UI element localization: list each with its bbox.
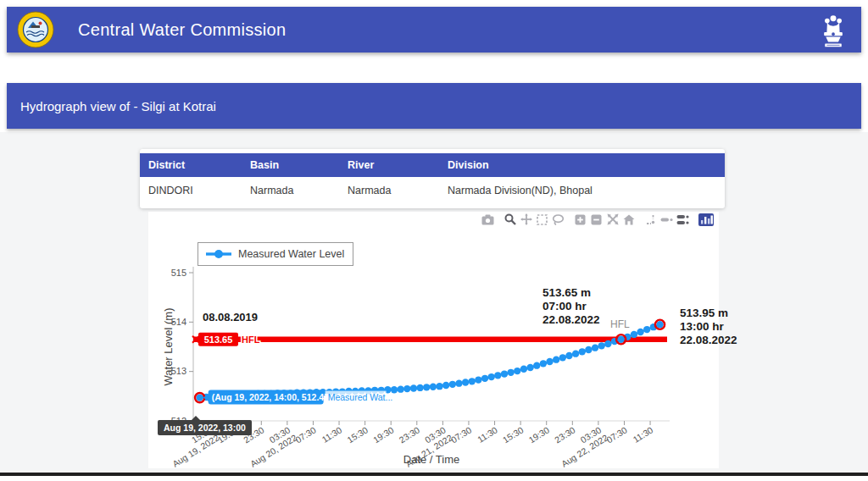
legend-entry-label: Measured Water Level	[238, 248, 344, 260]
data-point[interactable]	[643, 326, 650, 333]
svg-text:07:30: 07:30	[604, 424, 629, 445]
page-title: Hydrograph view of - Silgi at Kotrai	[20, 99, 216, 113]
data-point[interactable]	[196, 394, 203, 401]
x-tick-label: 11:30	[476, 424, 499, 445]
x-tick-label: 23:30	[553, 424, 577, 445]
hover-series-text: Measured Wat...	[328, 392, 393, 402]
table-header-row: District Basin River Division	[140, 153, 725, 177]
data-point[interactable]	[572, 350, 579, 357]
legend-series-glyph	[205, 249, 232, 259]
chart-annotation: 513.95 m	[680, 307, 728, 319]
data-point[interactable]	[501, 370, 508, 377]
svg-text:23:30: 23:30	[553, 424, 577, 445]
data-point[interactable]	[462, 379, 469, 385]
data-point[interactable]	[559, 354, 566, 361]
data-point[interactable]	[592, 344, 598, 351]
cwc-seal-logo-icon	[17, 11, 54, 48]
hover-tooltip-text: (Aug 19, 2022, 14:00, 512.47)	[212, 392, 332, 402]
chart-annotation: 22.08.2022	[542, 313, 600, 326]
x-tick-label: 07:30	[449, 424, 474, 445]
data-point[interactable]	[410, 384, 417, 391]
data-point[interactable]	[520, 366, 527, 373]
svg-text:19:30: 19:30	[371, 424, 396, 445]
svg-text:19:30: 19:30	[526, 424, 551, 445]
svg-text:15:30: 15:30	[501, 424, 526, 445]
india-national-emblem-icon	[822, 13, 844, 52]
station-table: District Basin River Division DINDORI Na…	[140, 153, 725, 198]
x-tick-label: 07:30	[604, 424, 629, 445]
data-point[interactable]	[604, 340, 611, 347]
column-header-river: River	[339, 153, 439, 177]
data-point[interactable]	[488, 373, 495, 380]
data-point[interactable]	[481, 375, 488, 382]
data-point[interactable]	[656, 321, 663, 328]
station-info-card: District Basin River Division DINDORI Na…	[140, 149, 725, 208]
svg-text:11:30: 11:30	[631, 424, 654, 445]
data-point[interactable]	[637, 329, 643, 335]
data-point[interactable]	[403, 385, 410, 392]
hydrograph-title-bar: Hydrograph view of - Silgi at Kotrai	[7, 83, 861, 129]
data-point[interactable]	[514, 368, 520, 374]
data-point[interactable]	[546, 358, 553, 365]
data-point[interactable]	[469, 378, 476, 384]
data-point[interactable]	[436, 383, 442, 390]
data-point[interactable]	[449, 381, 456, 388]
data-point[interactable]	[416, 384, 423, 391]
svg-text:15:30: 15:30	[345, 424, 370, 445]
y-tick-label: 515	[171, 268, 186, 278]
x-tick-label: 19:30	[371, 424, 396, 445]
x-tick-label: 15:30	[501, 424, 526, 445]
chart-annotation: 513.65 m	[542, 286, 591, 299]
app-header-bar: Central Water Commission	[7, 7, 861, 53]
x-axis-title: Date / Time	[403, 453, 459, 466]
chart-annotation: 13:00 hr	[680, 320, 725, 333]
data-point[interactable]	[442, 382, 449, 389]
data-point[interactable]	[565, 352, 572, 359]
cell-river: Narmada	[339, 177, 439, 198]
data-point[interactable]	[598, 342, 605, 349]
column-header-basin: Basin	[242, 153, 339, 177]
cell-district: DINDORI	[140, 177, 242, 198]
legend[interactable]: Measured Water Level	[198, 242, 353, 266]
chart-annotation: 22.08.2022	[680, 334, 737, 346]
data-point[interactable]	[553, 356, 559, 362]
hfl-crossing-label: HFL	[610, 318, 630, 330]
data-point[interactable]	[397, 385, 403, 392]
x-tick-label: 11:30	[320, 424, 343, 445]
svg-text:11:30: 11:30	[476, 424, 499, 445]
data-point[interactable]	[494, 372, 501, 379]
data-point[interactable]	[631, 331, 637, 338]
svg-text:11:30: 11:30	[320, 424, 343, 445]
x-tick-label: 19:30	[526, 424, 551, 445]
hfl-value-label: 513.65	[204, 334, 233, 345]
cell-basin: Narmada	[242, 177, 339, 198]
x-tick-label: 15:30	[345, 424, 370, 445]
x-tick-label: 11:30	[631, 424, 654, 445]
app-title: Central Water Commission	[78, 20, 286, 40]
svg-text:23:30: 23:30	[397, 424, 421, 445]
x-tick-label: 07:30	[293, 424, 318, 445]
x-axis-hover-tooltip: Aug 19, 2022, 13:00	[158, 420, 252, 435]
data-point[interactable]	[579, 348, 586, 355]
data-point[interactable]	[526, 364, 533, 371]
data-point[interactable]	[455, 379, 462, 386]
chart-annotation: 07:00 hr	[542, 300, 587, 312]
column-header-division: Division	[439, 153, 725, 177]
footer-bar	[0, 473, 868, 476]
data-point[interactable]	[533, 362, 540, 368]
data-point[interactable]	[475, 376, 481, 383]
table-row: DINDORI Narmada Narmada Narmada Division…	[140, 177, 725, 198]
svg-text:07:30: 07:30	[293, 424, 318, 445]
column-header-district: District	[140, 153, 242, 177]
y-axis-title: Water Level (m)	[162, 308, 175, 386]
data-point[interactable]	[423, 384, 430, 390]
hfl-date-annotation: 08.08.2019	[203, 311, 258, 323]
data-point[interactable]	[585, 346, 592, 353]
data-point[interactable]	[617, 336, 624, 343]
hfl-line-label: HFL	[242, 334, 260, 345]
data-point[interactable]	[540, 360, 547, 367]
x-tick-label: 23:30	[397, 424, 421, 445]
data-point[interactable]	[430, 384, 437, 390]
cell-division: Narmada Division(ND), Bhopal	[439, 177, 725, 198]
data-point[interactable]	[507, 369, 514, 376]
